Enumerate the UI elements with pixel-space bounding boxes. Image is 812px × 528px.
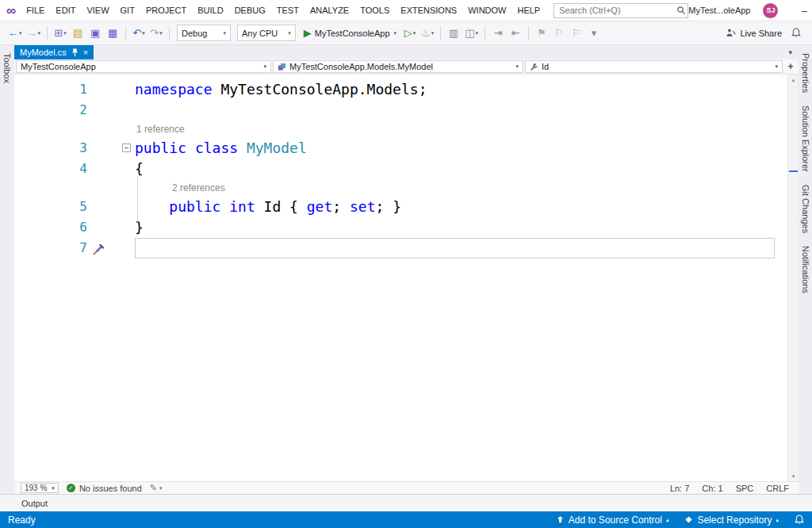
codelens-link[interactable]: 1 reference [135,121,787,138]
menu-item-build[interactable]: BUILD [192,0,228,21]
prev-bookmark-icon[interactable]: ⚐ [551,25,567,42]
menu-item-analyze[interactable]: ANALYZE [304,0,354,21]
search-box[interactable] [553,3,688,18]
line-number: 5 [14,197,89,217]
tool-window-tab-notifications[interactable]: Notifications [801,241,810,298]
code-line: 3−public class MyModel [14,138,787,159]
nav-forward-icon[interactable]: →▾ [25,25,43,42]
undo-icon[interactable]: ↶▾ [131,25,147,42]
code-text: namespace MyTestConsoleApp.Models; [135,79,775,100]
type-dropdown-value: MyTestConsoleApp.Models.MyModel [289,62,433,71]
search-icon[interactable] [676,6,686,15]
menu-item-test[interactable]: TEST [271,0,304,21]
code-cleanup-toolbar-icon[interactable]: ◫▾ [463,25,480,42]
code-cleanup-button[interactable]: ✎ ▾ [150,483,163,493]
menu-item-debug[interactable]: DEBUG [229,0,271,21]
solution-platforms-dropdown[interactable]: Any CPU▾ [237,25,296,41]
line-number [14,121,89,138]
tab-close-icon[interactable]: × [83,48,88,57]
toolbar-separator [485,26,485,40]
hot-reload-icon[interactable]: ♨▾ [419,25,435,42]
next-bookmark-icon[interactable]: ⚐ [569,25,584,42]
line-ending-indicator[interactable]: CRLF [766,484,789,493]
scroll-down-icon[interactable]: ▾ [788,471,799,481]
issues-indicator[interactable]: ✓ No issues found [67,484,142,493]
issues-text: No issues found [79,484,142,493]
menu-item-git[interactable]: GIT [115,0,140,21]
tool-window-tab-properties[interactable]: Properties [801,48,810,98]
glyph-margin [89,238,135,258]
wrench-icon [530,63,538,71]
find-in-files-icon[interactable]: ▥ [446,25,462,42]
feedback-bell-icon[interactable] [791,28,801,38]
menu-item-file[interactable]: FILE [21,0,50,21]
output-panel-tab[interactable]: Output [0,494,812,511]
scroll-up-icon[interactable]: ▴ [788,75,799,85]
save-all-icon[interactable]: ▦ [105,25,121,42]
menu-item-edit[interactable]: EDIT [50,0,81,21]
code-token: int [229,198,255,215]
status-ready: Ready [8,515,36,526]
pin-icon[interactable] [71,48,79,57]
code-token [220,198,229,215]
start-debugging-button[interactable]: ▶MyTestConsoleApp▾ [300,28,400,38]
search-input[interactable] [554,6,676,15]
dropdown-caret-icon: ▾ [263,63,266,70]
minimize-button[interactable]: – [791,0,812,21]
redo-icon-glyph: ↷ [150,28,159,38]
spaces-indicator[interactable]: SPC [736,484,754,493]
line-number: 1 [14,79,89,100]
start-without-debugging-icon[interactable]: ▷▾ [402,25,418,42]
window-title: MyTest...oleApp [688,6,750,15]
tool-window-tab-toolbox[interactable]: Toolbox [2,48,12,88]
document-tab-mymodel[interactable]: MyModel.cs × [14,45,94,59]
navigation-bar: MyTestConsoleApp ▾ MyTestConsoleApp.Mode… [14,59,799,75]
collapse-region-toggle[interactable]: − [122,143,131,152]
code-token: public [135,140,186,156]
menu-item-view[interactable]: VIEW [81,0,114,21]
dropdown-caret-icon: ▾ [413,30,416,36]
menu-item-project[interactable]: PROJECT [140,0,192,21]
redo-icon[interactable]: ↷▾ [148,25,164,42]
indent-icon[interactable]: ⇥ [490,25,506,42]
member-dropdown[interactable]: Id ▾ [525,60,783,73]
menu-item-extensions[interactable]: EXTENSIONS [395,0,462,21]
outdent-icon[interactable]: ⇤ [508,25,523,42]
select-repository-button[interactable]: Select Repository ▴ [684,515,779,526]
project-dropdown-value: MyTestConsoleApp [21,62,96,71]
toggle-bookmark-icon[interactable]: ⚑ [534,25,550,42]
open-files-dropdown-icon[interactable]: ▾ [788,48,792,56]
toggle-bookmark-icon-glyph: ⚑ [537,28,546,38]
toolbar-overflow-icon[interactable]: ▾ [586,25,602,42]
code-cleanup-toolbar-icon-glyph: ◫ [465,28,474,38]
live-share-button[interactable]: Live Share [726,28,782,38]
open-file-icon[interactable]: ▤ [70,25,86,42]
quick-actions-screwdriver-icon[interactable] [92,241,105,262]
menu-item-tools[interactable]: TOOLS [354,0,395,21]
menu-item-window[interactable]: WINDOW [462,0,511,21]
type-dropdown[interactable]: MyTestConsoleApp.Models.MyModel ▾ [273,60,523,73]
glyph-margin [89,179,135,197]
zoom-dropdown[interactable]: 193 % ▾ [21,483,59,493]
tool-window-tab-solution-explorer[interactable]: Solution Explorer [801,101,810,177]
codelens-row: 1 reference [14,121,799,138]
codelens-link[interactable]: 2 references [135,179,787,197]
line-indicator[interactable]: Ln: 7 [670,484,689,493]
user-avatar[interactable]: SJ [763,3,778,18]
add-to-source-control-button[interactable]: Add to Source Control ▴ [556,515,669,526]
project-dropdown[interactable]: MyTestConsoleApp ▾ [16,60,271,73]
menu-item-help[interactable]: HELP [511,0,546,21]
tool-window-tab-git-changes[interactable]: Git Changes [801,180,810,238]
vertical-scrollbar[interactable]: ▴ ▾ [787,75,799,481]
status-bar-right: Add to Source Control ▴ Select Repositor… [556,515,804,526]
save-icon[interactable]: ▣ [87,25,103,42]
codelens-row: 2 references [14,179,799,197]
notifications-bell-icon[interactable] [795,515,804,525]
code-text: { [135,159,775,179]
solution-configurations-dropdown[interactable]: Debug▾ [177,25,231,41]
column-indicator[interactable]: Ch: 1 [702,484,722,493]
split-editor-button[interactable]: + [784,61,797,72]
code-editor[interactable]: 1namespace MyTestConsoleApp.Models;21 re… [14,75,799,481]
new-project-icon[interactable]: ⊞▾ [52,25,68,42]
nav-back-icon[interactable]: ←▾ [6,25,24,42]
